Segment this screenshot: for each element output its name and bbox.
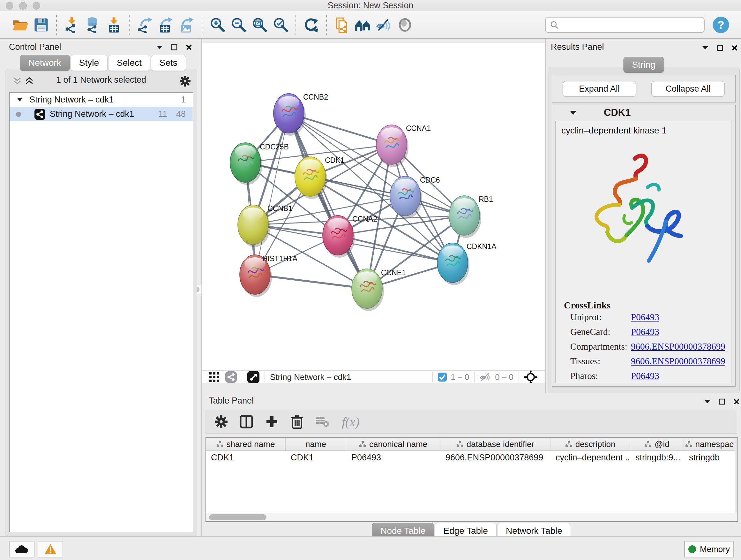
search-input[interactable] bbox=[559, 19, 700, 30]
zoom-in-button[interactable] bbox=[207, 14, 228, 36]
selected-checkbox-icon[interactable] bbox=[438, 373, 447, 381]
toolbar-separator bbox=[202, 15, 202, 35]
table-cell[interactable]: P06493 bbox=[346, 451, 441, 464]
zoom-fit-button[interactable] bbox=[249, 14, 270, 36]
memory-label: Memory bbox=[700, 544, 730, 554]
table-cell[interactable]: CDK1 bbox=[286, 451, 346, 464]
table-options-gear-icon[interactable] bbox=[215, 415, 227, 428]
column-header-description[interactable]: description bbox=[550, 438, 630, 450]
presentation-sphere-button[interactable] bbox=[394, 14, 415, 36]
network-node-CDK1[interactable] bbox=[295, 157, 327, 199]
column-header-namespac[interactable]: namespac bbox=[684, 438, 735, 450]
table-cell[interactable]: stringdb:9... bbox=[630, 451, 684, 464]
grid-view-icon[interactable] bbox=[209, 372, 219, 382]
expand-all-button[interactable]: Expand All bbox=[562, 81, 636, 97]
selected-counts: 1 – 0 bbox=[451, 372, 469, 382]
export-network-button[interactable] bbox=[134, 14, 155, 36]
zoom-selected-button[interactable] bbox=[270, 14, 291, 36]
column-header-database-identifier[interactable]: database identifier bbox=[441, 438, 550, 450]
crosslink-link[interactable]: P06493 bbox=[631, 371, 659, 381]
panel-close-icon[interactable] bbox=[733, 398, 740, 405]
panel-menu-chevron-icon[interactable] bbox=[702, 46, 709, 50]
network-node-CCNE1[interactable] bbox=[352, 269, 384, 311]
network-canvas[interactable]: CCNB2CCNA1CDC25BCDK1CDC6RB1CCNB1CCNA2CDK… bbox=[202, 43, 545, 370]
panel-float-icon[interactable] bbox=[717, 45, 723, 51]
network-options-gear-icon[interactable] bbox=[180, 76, 191, 86]
string-home-button[interactable] bbox=[352, 14, 374, 36]
node-count: 11 bbox=[158, 109, 167, 119]
zoom-in-icon bbox=[209, 17, 226, 33]
collapse-all-button[interactable]: Collapse All bbox=[651, 81, 725, 97]
table-vertical-scrollbar[interactable] bbox=[735, 438, 738, 521]
table-cell[interactable]: CDK1 bbox=[206, 451, 286, 464]
column-header--id[interactable]: @id bbox=[630, 438, 684, 450]
share-view-icon[interactable] bbox=[225, 371, 237, 383]
import-network-database-button[interactable] bbox=[82, 14, 104, 36]
cloud-button[interactable] bbox=[9, 541, 35, 557]
results-panel-splitter[interactable] bbox=[545, 39, 546, 393]
tree-expander-icon[interactable] bbox=[17, 98, 22, 102]
horizontal-splitter[interactable] bbox=[202, 383, 545, 393]
column-header-canonical-name[interactable]: canonical name bbox=[346, 438, 441, 450]
hidden-eye-icon[interactable] bbox=[480, 372, 491, 382]
network-node-CCNB2[interactable] bbox=[273, 94, 306, 136]
column-header-shared-name[interactable]: shared name bbox=[206, 438, 286, 450]
search-field[interactable] bbox=[545, 17, 704, 33]
delete-table-icon[interactable] bbox=[316, 415, 330, 428]
table-horizontal-scrollbar[interactable] bbox=[206, 513, 738, 521]
hide-unhide-button[interactable] bbox=[374, 14, 394, 36]
column-header-name[interactable]: name bbox=[286, 438, 346, 450]
export-table-button[interactable] bbox=[155, 14, 176, 36]
tab-sets[interactable]: Sets bbox=[151, 55, 186, 71]
import-table-file-button[interactable] bbox=[104, 14, 125, 36]
delete-column-icon[interactable] bbox=[291, 415, 304, 429]
warning-button[interactable] bbox=[38, 541, 63, 557]
open-in-string-button[interactable] bbox=[331, 14, 352, 36]
tab-string[interactable]: String bbox=[623, 57, 664, 73]
zoom-out-button[interactable] bbox=[228, 14, 249, 36]
network-node-CCNA2[interactable] bbox=[323, 215, 355, 258]
network-node-CDC6[interactable] bbox=[390, 176, 422, 219]
memory-button[interactable]: Memory bbox=[684, 541, 734, 557]
entry-collapse-icon[interactable] bbox=[570, 111, 576, 115]
table-cell[interactable]: cyclin–dependent ... bbox=[550, 451, 630, 464]
network-node-CDKN1A[interactable] bbox=[437, 243, 469, 285]
panel-menu-chevron-icon[interactable] bbox=[156, 45, 163, 49]
export-image-button[interactable] bbox=[176, 14, 197, 36]
crosslink-link[interactable]: P06493 bbox=[631, 327, 659, 337]
center-view-icon[interactable] bbox=[524, 370, 537, 384]
panel-float-icon[interactable] bbox=[171, 44, 178, 51]
show-columns-icon[interactable] bbox=[240, 415, 253, 428]
import-network-file-button[interactable] bbox=[61, 14, 82, 36]
table-cell[interactable]: 9606.ENSP00000378699 bbox=[441, 451, 550, 464]
table-cell[interactable]: stringdb bbox=[684, 451, 735, 464]
panel-menu-chevron-icon[interactable] bbox=[704, 400, 711, 403]
function-builder-button[interactable]: f(x) bbox=[342, 415, 360, 429]
tab-select[interactable]: Select bbox=[108, 55, 150, 71]
crosslink-link[interactable]: 9606.ENSP00000378699 bbox=[631, 356, 725, 367]
network-graph[interactable]: CCNB2CCNA1CDC25BCDK1CDC6RB1CCNB1CCNA2CDK… bbox=[202, 43, 545, 370]
network-edge[interactable] bbox=[255, 113, 289, 274]
panel-float-icon[interactable] bbox=[719, 398, 725, 405]
tab-style[interactable]: Style bbox=[71, 55, 108, 71]
network-node-CCNA1[interactable] bbox=[376, 125, 408, 167]
crosslink-link[interactable]: P06493 bbox=[631, 312, 659, 322]
network-edge[interactable] bbox=[289, 113, 367, 289]
network-node-RB1[interactable] bbox=[449, 196, 481, 238]
open-session-button[interactable] bbox=[10, 14, 30, 36]
gene-entry-header[interactable]: CDK1 bbox=[552, 105, 735, 120]
birdseye-view-icon[interactable] bbox=[247, 371, 259, 383]
table-row[interactable]: CDK1CDK1P064939606.ENSP00000378699cyclin… bbox=[206, 451, 738, 464]
tab-network[interactable]: Network bbox=[20, 55, 70, 71]
panel-close-icon[interactable] bbox=[731, 45, 738, 51]
network-node-CCNB1[interactable] bbox=[238, 205, 270, 247]
refresh-network-button[interactable] bbox=[300, 14, 322, 36]
panel-close-icon[interactable] bbox=[186, 44, 192, 51]
create-column-icon[interactable] bbox=[265, 415, 279, 428]
network-collection-row[interactable]: String Network – cdk1 1 bbox=[10, 92, 193, 107]
network-row[interactable]: String Network – cdk1 11 48 bbox=[10, 107, 193, 121]
help-button[interactable]: ? bbox=[711, 14, 731, 36]
save-session-button[interactable] bbox=[30, 14, 52, 36]
crosslink-link[interactable]: 9606.ENSP00000378699 bbox=[631, 341, 725, 352]
scrollbar-thumb[interactable] bbox=[209, 514, 266, 520]
